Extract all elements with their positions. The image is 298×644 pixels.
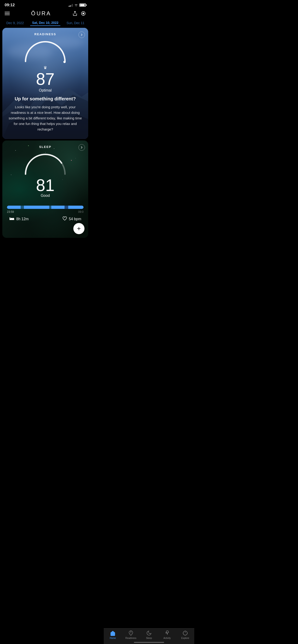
readiness-card[interactable]: READINESS ♛ 87 Optimal Up for something … <box>2 28 88 139</box>
scroll-area: READINESS ♛ 87 Optimal Up for something … <box>0 28 91 262</box>
heart-rate-stat: 54 bpm <box>63 216 81 222</box>
sleep-status: Good <box>7 194 84 198</box>
svg-rect-9 <box>11 218 12 219</box>
svg-point-6 <box>63 61 66 63</box>
sleep-duration: 8h 12m <box>16 217 29 221</box>
readiness-score-display: ♛ 87 <box>7 65 84 88</box>
battery-icon <box>79 4 86 7</box>
heart-svg-icon <box>63 216 67 220</box>
gauge-svg <box>22 38 69 64</box>
status-icons <box>69 4 86 7</box>
date-current[interactable]: Sat, Dec 10, 2022 <box>30 20 60 26</box>
readiness-headline: Up for something different? <box>7 96 84 102</box>
svg-rect-11 <box>10 220 14 220</box>
readiness-score: 87 <box>7 71 84 88</box>
bed-icon <box>9 216 15 222</box>
sleep-stats: 8h 12m 54 bpm <box>2 214 88 224</box>
hamburger-line-1 <box>5 12 10 12</box>
sleep-label: SLEEP <box>7 145 84 148</box>
readiness-nav-arrow[interactable] <box>79 32 85 38</box>
readiness-card-content: READINESS ♛ 87 Optimal Up for something … <box>2 28 88 139</box>
header-actions <box>72 11 86 16</box>
hamburger-line-2 <box>5 13 10 14</box>
date-navigation: Dec 9, 2022 Sat, Dec 10, 2022 Sun, Dec 1… <box>0 19 91 26</box>
sleep-score: 81 <box>7 177 84 194</box>
sleep-gauge-svg <box>22 151 69 176</box>
status-time: 09:12 <box>5 3 15 8</box>
wifi-icon <box>74 4 78 7</box>
timeline-labels: 23:59 09:0 <box>7 210 84 214</box>
sleep-duration-stat: 8h 12m <box>9 216 29 222</box>
plus-icon: + <box>77 225 81 232</box>
arrow-right-icon <box>80 33 83 36</box>
crown-icon: ♛ <box>7 65 84 70</box>
heart-rate: 54 bpm <box>69 217 81 221</box>
arrow-right-icon <box>80 146 83 149</box>
notification-icon[interactable] <box>81 11 86 16</box>
readiness-label: READINESS <box>7 32 84 36</box>
app-logo: ŌURA <box>10 10 72 17</box>
sleep-card-content: SLEEP 81 Good <box>2 140 88 204</box>
svg-rect-10 <box>13 218 14 219</box>
sleep-nav-arrow[interactable] <box>79 144 85 151</box>
signal-icon <box>69 4 73 7</box>
menu-button[interactable] <box>5 12 10 15</box>
timeline-end: 09:0 <box>78 210 84 214</box>
sleep-timeline: 23:59 09:0 <box>2 206 88 214</box>
fab-add-button[interactable]: + <box>73 223 85 234</box>
bed-svg-icon <box>9 216 15 220</box>
sleep-gauge <box>22 151 69 176</box>
sleep-card[interactable]: SLEEP 81 Good 23:59 09:0 <box>2 140 88 238</box>
readiness-body: Looks like you're doing pretty well, you… <box>7 104 84 132</box>
status-bar: 09:12 <box>0 0 91 9</box>
readiness-gauge <box>22 38 69 64</box>
readiness-status: Optimal <box>7 88 84 92</box>
share-icon[interactable] <box>72 11 78 16</box>
date-next[interactable]: Sun, Dec 11 <box>60 20 91 26</box>
timeline-start: 23:59 <box>7 210 14 214</box>
svg-point-2 <box>83 13 84 14</box>
header: ŌURA <box>0 9 91 19</box>
hamburger-line-3 <box>5 14 10 15</box>
date-prev[interactable]: Dec 9, 2022 <box>0 20 30 26</box>
heart-icon <box>63 216 67 222</box>
